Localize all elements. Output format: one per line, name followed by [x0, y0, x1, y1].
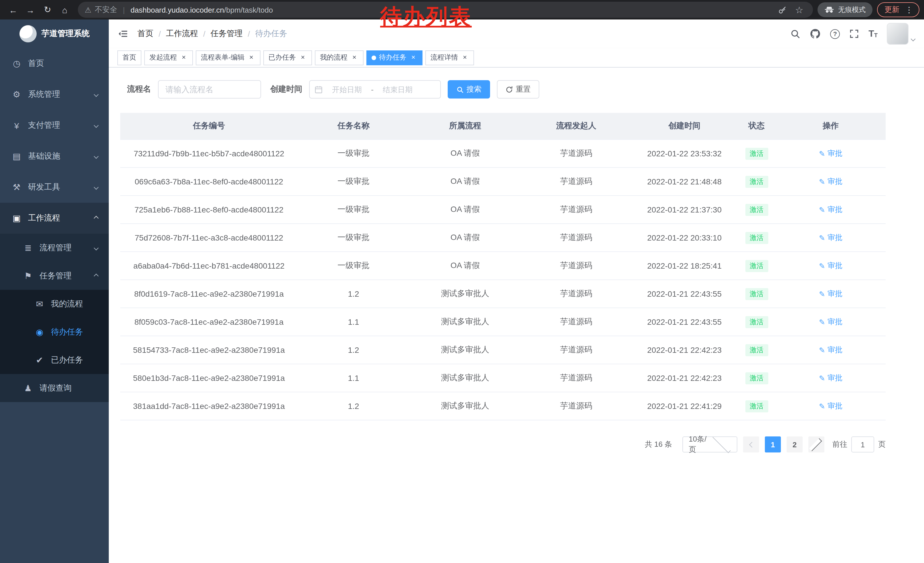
approve-link[interactable]: ✎ 审批 [819, 373, 842, 383]
sidebar-item-my-process[interactable]: ✉ 我的流程 [0, 290, 109, 318]
cell-initiator: 芋道源码 [521, 140, 632, 167]
approve-label: 审批 [828, 176, 842, 187]
sidebar-item-system-management[interactable]: ⚙ 系统管理 [0, 79, 109, 110]
sidebar-item-done-tasks[interactable]: ✔ 已办任务 [0, 346, 109, 374]
tab-close-icon[interactable]: × [461, 54, 469, 62]
tab-start-process[interactable]: 发起流程 × [144, 50, 193, 65]
tab-close-icon[interactable]: × [248, 54, 255, 62]
cell-status: 激活 [737, 196, 776, 224]
next-page-button[interactable] [808, 437, 824, 452]
cell-task-id: 58154733-7ac8-11ec-a9e2-a2380e71991a [120, 336, 298, 364]
approve-link[interactable]: ✎ 审批 [819, 289, 842, 299]
process-name-input[interactable] [158, 80, 261, 99]
tab-close-icon[interactable]: × [180, 54, 188, 62]
tab-process-detail[interactable]: 流程详情 × [425, 50, 474, 65]
eye-icon: ◉ [34, 327, 45, 337]
tab-my-process[interactable]: 我的流程 × [315, 50, 363, 65]
page-button-1[interactable]: 1 [765, 437, 781, 452]
approve-link[interactable]: ✎ 审批 [819, 401, 842, 411]
todo-table: 任务编号 任务名称 所属流程 流程发起人 创建时间 状态 操作 [120, 113, 886, 420]
approve-link[interactable]: ✎ 审批 [819, 317, 842, 327]
column-header: 所属流程 [410, 113, 521, 139]
cell-task-name: 一级审批 [298, 168, 410, 195]
browser-back-button[interactable]: ← [4, 1, 22, 18]
sidebar-item-workflow[interactable]: ▣ 工作流程 [0, 203, 109, 234]
approve-link[interactable]: ✎ 审批 [819, 345, 842, 355]
logo[interactable]: 芋道管理系统 [0, 20, 109, 48]
tab-close-icon[interactable]: × [410, 54, 417, 62]
goto-page: 前往 页 [832, 437, 886, 452]
approve-link[interactable]: ✎ 审批 [819, 204, 842, 215]
browser-home-button[interactable]: ⌂ [56, 1, 73, 18]
end-date-input[interactable] [376, 85, 419, 94]
page-button-2[interactable]: 2 [787, 437, 802, 452]
sidebar-item-todo-tasks[interactable]: ◉ 待办任务 [0, 318, 109, 346]
cell-task-name: 一级审批 [298, 196, 410, 224]
breadcrumb: 首页 / 工作流程 / 任务管理 / [137, 29, 287, 39]
sidebar-item-infrastructure[interactable]: ▤ 基础设施 [0, 141, 109, 172]
tab-todo-tasks[interactable]: 待办任务 × [366, 50, 423, 65]
start-date-input[interactable] [325, 85, 369, 94]
cell-actions: ✎ 审批 [776, 196, 886, 224]
cell-process: 测试多审批人 [410, 308, 521, 336]
tab-home[interactable]: 首页 [117, 50, 141, 65]
approve-label: 审批 [828, 148, 842, 159]
breadcrumb-separator: / [203, 29, 206, 38]
tab-close-icon[interactable]: × [350, 54, 358, 62]
key-icon[interactable] [775, 5, 789, 15]
help-icon[interactable]: ? [830, 29, 840, 39]
sidebar-item-payment-management[interactable]: ¥ 支付管理 [0, 110, 109, 141]
cell-process: 测试多审批人 [410, 392, 521, 420]
cell-create-time: 2022-01-21 22:43:55 [632, 280, 737, 308]
question-mark-icon: ? [830, 29, 840, 39]
status-badge: 激活 [745, 372, 768, 384]
search-button[interactable]: 搜索 [448, 80, 490, 99]
sidebar-item-dev-tools[interactable]: ⚒ 研发工具 [0, 172, 109, 203]
tab-done-tasks[interactable]: 已办任务 × [263, 50, 312, 65]
github-icon[interactable] [810, 28, 821, 39]
sidebar-item-process-management[interactable]: ≣ 流程管理 [0, 234, 109, 262]
cell-create-time: 2022-01-21 22:42:23 [632, 364, 737, 392]
chevron-icon [94, 273, 99, 278]
reset-button[interactable]: 重置 [497, 80, 539, 99]
breadcrumb-todo-tasks[interactable]: 待办任务 [255, 29, 287, 39]
bookmark-star-icon[interactable]: ☆ [792, 4, 806, 15]
edit-icon: ✎ [819, 261, 825, 270]
cell-task-id: 73211d9d-7b9b-11ec-b5b7-acde48001122 [120, 140, 298, 167]
approve-link[interactable]: ✎ 审批 [819, 261, 842, 271]
breadcrumb-task-management[interactable]: 任务管理 [211, 29, 243, 39]
sidebar-item-task-management[interactable]: ⚑ 任务管理 [0, 262, 109, 290]
breadcrumb-home[interactable]: 首页 [137, 29, 153, 39]
cell-actions: ✎ 审批 [776, 168, 886, 195]
sidebar-item-leave-query[interactable]: ♟ 请假查询 [0, 374, 109, 402]
check-icon: ✔ [34, 355, 45, 365]
page-size-select[interactable]: 10条/页 [682, 437, 737, 452]
approve-link[interactable]: ✎ 审批 [819, 233, 842, 243]
column-header: 任务编号 [120, 113, 298, 139]
font-size-icon[interactable]: TT [868, 29, 878, 38]
sidebar-item-home[interactable]: ◷ 首页 [0, 48, 109, 79]
prev-page-button[interactable] [743, 437, 759, 452]
sidebar-toggle-button[interactable] [118, 29, 128, 39]
update-button[interactable]: 更新 ⋮ [877, 2, 920, 17]
tab-close-icon[interactable]: × [299, 54, 307, 62]
fullscreen-icon[interactable] [849, 29, 859, 39]
approve-link[interactable]: ✎ 审批 [819, 148, 842, 159]
tab-process-form-edit[interactable]: 流程表单-编辑 × [196, 50, 261, 65]
approve-label: 审批 [828, 345, 842, 355]
cell-initiator: 芋道源码 [521, 392, 632, 420]
search-icon[interactable] [790, 29, 800, 39]
approve-link[interactable]: ✎ 审批 [819, 176, 842, 187]
menu-item-label: 我的流程 [51, 299, 100, 309]
date-range-picker[interactable]: - [309, 80, 441, 99]
browser-reload-button[interactable]: ↻ [39, 1, 56, 18]
header-actions: ? TT [790, 23, 915, 45]
browser-forward-button[interactable]: → [22, 1, 39, 18]
tools-icon: ⚒ [12, 182, 22, 192]
avatar[interactable] [887, 23, 909, 45]
tab-label: 我的流程 [320, 53, 348, 62]
user-menu[interactable] [887, 23, 915, 45]
goto-page-input[interactable] [851, 437, 874, 452]
breadcrumb-workflow[interactable]: 工作流程 [166, 29, 198, 39]
kebab-menu-icon[interactable]: ⋮ [902, 5, 916, 14]
